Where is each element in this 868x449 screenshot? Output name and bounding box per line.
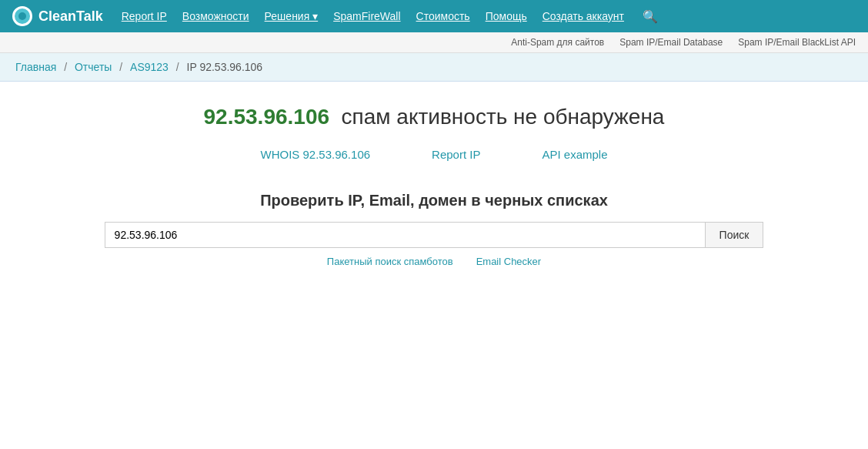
search-button[interactable]: Поиск (705, 222, 764, 248)
bottom-links: Пакетный поиск спамботов Email Checker (15, 256, 853, 267)
ip-address: 92.53.96.106 (204, 105, 330, 129)
nav-features[interactable]: Возможности (182, 10, 249, 22)
nav-report-ip[interactable]: Report IP (122, 10, 167, 22)
sub-link-spam-db[interactable]: Spam IP/Email Database (619, 37, 723, 48)
nav-help[interactable]: Помощь (486, 10, 527, 22)
action-links: WHOIS 92.53.96.106 Report IP API example (15, 148, 853, 161)
breadcrumb-home[interactable]: Главная (15, 61, 56, 73)
check-section: Проверить IP, Email, домен в черных спис… (15, 192, 853, 267)
report-ip-link[interactable]: Report IP (432, 148, 480, 161)
breadcrumb-sep2: / (119, 61, 122, 73)
logo-text: CleanTalk (38, 8, 103, 25)
search-input[interactable] (105, 222, 705, 248)
sub-link-antispam[interactable]: Anti-Spam для сайтов (511, 37, 604, 48)
search-row: Поиск (15, 222, 853, 248)
breadcrumb: Главная / Отчеты / AS9123 / IP 92.53.96.… (0, 53, 868, 82)
email-checker-link[interactable]: Email Checker (476, 256, 542, 267)
batch-search-link[interactable]: Пакетный поиск спамботов (327, 256, 453, 267)
whois-link[interactable]: WHOIS 92.53.96.106 (260, 148, 370, 161)
nav-pricing[interactable]: Стоимость (416, 10, 470, 22)
main-content: 92.53.96.106 спам активность не обнаруже… (0, 82, 868, 283)
breadcrumb-sep1: / (64, 61, 67, 73)
sub-header: Anti-Spam для сайтов Spam IP/Email Datab… (0, 32, 868, 53)
breadcrumb-as[interactable]: AS9123 (130, 61, 169, 73)
sub-link-blacklist-api[interactable]: Spam IP/Email BlackList API (738, 37, 856, 48)
nav-create-account[interactable]: Создать аккаунт (542, 10, 624, 22)
logo-area[interactable]: CleanTalk (12, 6, 103, 26)
logo-inner-dot (18, 12, 26, 20)
nav-spamfirewall[interactable]: SpamFireWall (333, 10, 400, 22)
check-title: Проверить IP, Email, домен в черных спис… (15, 192, 853, 209)
breadcrumb-sep3: / (176, 61, 179, 73)
status-text: спам активность не обнаружена (336, 105, 665, 129)
main-header: CleanTalk Report IP Возможности Решения … (0, 0, 868, 32)
nav-solutions[interactable]: Решения ▾ (265, 10, 319, 22)
breadcrumb-reports[interactable]: Отчеты (75, 61, 112, 73)
breadcrumb-current: IP 92.53.96.106 (187, 61, 263, 73)
main-nav: Report IP Возможности Решения ▾ SpamFire… (122, 9, 856, 24)
api-example-link[interactable]: API example (542, 148, 607, 161)
result-heading: 92.53.96.106 спам активность не обнаруже… (15, 105, 853, 129)
logo-icon (12, 6, 32, 26)
search-icon[interactable]: 🔍 (643, 9, 658, 24)
